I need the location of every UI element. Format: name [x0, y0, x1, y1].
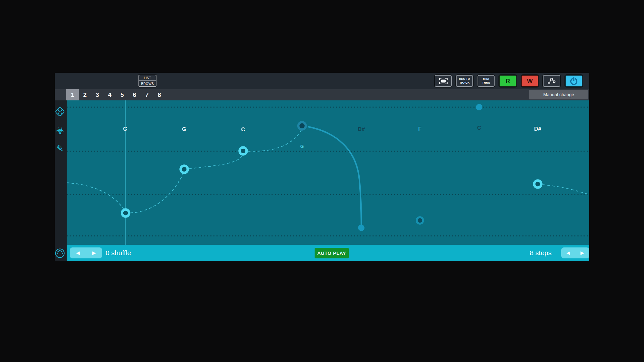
step-select-row: 12345678 Manual change	[55, 89, 589, 100]
sequence-canvas[interactable]: GGCGD#FCD#	[67, 100, 589, 245]
dice-icon[interactable]	[54, 106, 65, 117]
node-graph-icon	[547, 77, 556, 85]
step-tab-1[interactable]: 1	[66, 89, 79, 100]
steps-nav-pad: ◀ ▶	[561, 247, 589, 258]
rec-to-track-label-2: TRACK	[459, 81, 470, 85]
rec-to-track-button[interactable]: REC TO TRACK	[456, 75, 473, 87]
list-browse-toggle[interactable]: LIST BROWS	[138, 75, 156, 87]
step-tabs: 12345678	[66, 89, 166, 100]
biohazard-icon[interactable]: ☣	[56, 126, 64, 136]
midi-thru-label-2: THRU	[482, 81, 490, 85]
note-label-G: G	[182, 126, 186, 133]
step-tab-2[interactable]: 2	[79, 89, 91, 100]
step-tab-4[interactable]: 4	[104, 89, 116, 100]
node-graph-button[interactable]	[543, 75, 560, 87]
shuffle-next-button[interactable]: ▶	[92, 250, 96, 256]
power-icon	[570, 77, 578, 85]
note-label-G: G	[123, 126, 128, 132]
plugin-window: LIST BROWS REC TO TRACK MIDI THRU R W	[55, 73, 589, 261]
note-label-F: F	[418, 126, 422, 132]
note-label-C: C	[241, 126, 245, 133]
manual-change-button[interactable]: Manual change	[529, 90, 588, 99]
auto-play-button[interactable]: AUTO PLAY	[315, 248, 349, 258]
list-toggle-label[interactable]: LIST	[139, 75, 156, 81]
steps-count-value[interactable]: 8 steps	[530, 245, 552, 261]
note-label-D#: D#	[534, 126, 541, 132]
header-bar: LIST BROWS REC TO TRACK MIDI THRU R W	[55, 73, 589, 89]
note-label-G: G	[300, 144, 304, 149]
read-automation-button[interactable]: R	[499, 75, 516, 87]
shuffle-value[interactable]: 0 shuffle	[106, 245, 131, 261]
bottom-bar: ◀ ▶ 0 shuffle AUTO PLAY 8 steps ◀ ▶	[67, 245, 589, 261]
midi-thru-label-1: MIDI	[483, 77, 489, 81]
shuffle-nav-pad: ◀ ▶	[70, 247, 102, 258]
midi-thru-button[interactable]: MIDI THRU	[478, 75, 495, 87]
note-label-C: C	[477, 125, 481, 131]
fullscreen-icon	[439, 78, 448, 84]
browse-toggle-label[interactable]: BROWS	[139, 81, 156, 86]
note-label-D#: D#	[358, 126, 365, 133]
steps-increase-button[interactable]: ▶	[580, 250, 584, 256]
midi-din-icon[interactable]	[55, 248, 65, 258]
shuffle-prev-button[interactable]: ◀	[76, 250, 80, 256]
steps-decrease-button[interactable]: ◀	[566, 250, 570, 256]
fullscreen-button[interactable]	[435, 75, 452, 87]
step-tab-3[interactable]: 3	[91, 89, 104, 100]
step-tab-7[interactable]: 7	[141, 89, 153, 100]
step-tab-6[interactable]: 6	[128, 89, 141, 100]
step-tab-8[interactable]: 8	[153, 89, 166, 100]
power-button[interactable]	[565, 75, 582, 87]
step-tab-5[interactable]: 5	[116, 89, 128, 100]
pencil-icon[interactable]: ✎	[56, 144, 64, 153]
rec-to-track-label-1: REC TO	[459, 77, 470, 81]
write-automation-button[interactable]: W	[521, 75, 538, 87]
note-labels: GGCGD#FCD#	[67, 100, 589, 245]
